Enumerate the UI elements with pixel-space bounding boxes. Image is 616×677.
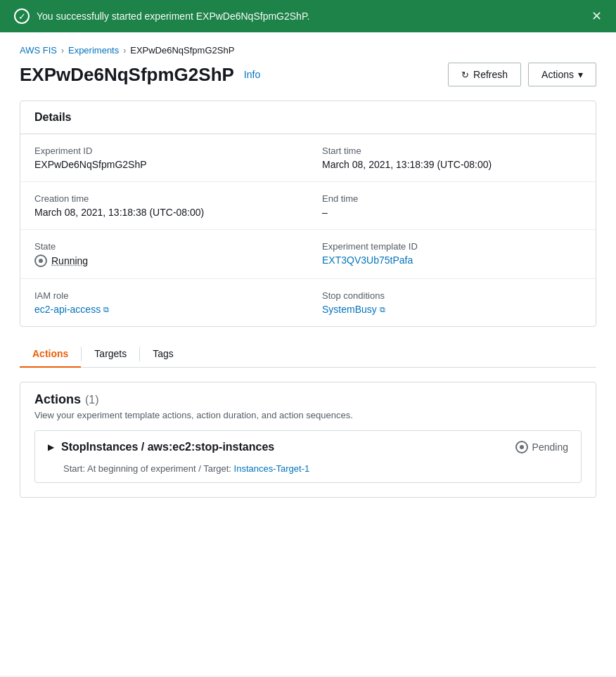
breadcrumb-current: EXPwDe6NqSfpmG2ShP — [130, 45, 234, 56]
actions-section-title: Actions — [34, 392, 81, 407]
refresh-label: Refresh — [473, 69, 508, 80]
label-iam-role: IAM role — [34, 290, 294, 301]
pending-label: Pending — [532, 441, 568, 453]
detail-experiment-id: Experiment ID EXPwDe6NqSfpmG2ShP — [20, 134, 308, 182]
external-link-icon-2: ⧉ — [380, 305, 385, 314]
detail-end-time: End time – — [308, 182, 596, 230]
label-stop-conditions: Stop conditions — [322, 290, 582, 301]
action-item-title: StopInstances / aws:ec2:stop-instances — [61, 441, 274, 453]
action-item-left: ▶ StopInstances / aws:ec2:stop-instances — [48, 441, 274, 453]
value-start-time: March 08, 2021, 13:18:39 (UTC-08:00) — [322, 159, 582, 170]
state-value: Running — [51, 255, 88, 266]
detail-iam-role: IAM role ec2-api-access ⧉ — [20, 279, 308, 326]
value-stop-conditions[interactable]: SystemBusy ⧉ — [322, 304, 385, 315]
status-pending: Pending — [515, 441, 568, 453]
value-iam-role[interactable]: ec2-api-access ⧉ — [34, 304, 109, 315]
detail-stop-conditions: Stop conditions SystemBusy ⧉ — [308, 279, 596, 326]
value-creation-time: March 08, 2021, 13:18:38 (UTC-08:00) — [34, 207, 294, 218]
subtitle-prefix: Start: At beginning of experiment / Targ… — [63, 463, 234, 474]
label-state: State — [34, 241, 294, 252]
details-card: Details Experiment ID EXPwDe6NqSfpmG2ShP… — [20, 101, 596, 327]
info-badge[interactable]: Info — [244, 69, 260, 80]
action-item-card: ▶ StopInstances / aws:ec2:stop-instances… — [34, 430, 582, 483]
actions-section-count: (1) — [85, 394, 99, 406]
label-template-id: Experiment template ID — [322, 241, 582, 252]
banner-message: You successfully started experiment EXPw… — [37, 11, 309, 22]
success-banner: ✓ You successfully started experiment EX… — [0, 0, 616, 32]
toggle-arrow-icon[interactable]: ▶ — [48, 442, 54, 452]
detail-template-id: Experiment template ID EXT3QV3Ub75tPafa — [308, 230, 596, 279]
value-experiment-id: EXPwDe6NqSfpmG2ShP — [34, 159, 294, 170]
external-link-icon: ⧉ — [103, 305, 109, 314]
tab-targets[interactable]: Targets — [82, 341, 139, 368]
refresh-button[interactable]: ↻ Refresh — [448, 63, 521, 86]
check-icon: ✓ — [14, 8, 30, 24]
details-heading: Details — [20, 101, 596, 134]
pending-icon — [515, 441, 528, 453]
label-creation-time: Creation time — [34, 193, 294, 204]
pending-dot — [520, 445, 524, 449]
details-body: Experiment ID EXPwDe6NqSfpmG2ShP Start t… — [20, 134, 596, 326]
actions-label: Actions — [541, 69, 574, 80]
label-end-time: End time — [322, 193, 582, 204]
breadcrumb-sep-2: › — [123, 46, 126, 56]
tab-actions[interactable]: Actions — [20, 341, 81, 368]
actions-button[interactable]: Actions ▾ — [528, 63, 596, 86]
breadcrumb-sep-1: › — [61, 46, 64, 56]
detail-start-time: Start time March 08, 2021, 13:18:39 (UTC… — [308, 134, 596, 182]
detail-state: State Running — [20, 230, 308, 279]
action-item-header: ▶ StopInstances / aws:ec2:stop-instances… — [35, 431, 581, 463]
tab-tags[interactable]: Tags — [140, 341, 186, 368]
page-header: EXPwDe6NqSfpmG2ShP Info ↻ Refresh Action… — [20, 63, 596, 86]
details-grid: Experiment ID EXPwDe6NqSfpmG2ShP Start t… — [20, 134, 596, 326]
actions-section-card: Actions (1) View your experiment templat… — [20, 382, 596, 498]
actions-section-desc: View your experiment template actions, a… — [20, 410, 596, 430]
page-title: EXPwDe6NqSfpmG2ShP — [20, 64, 234, 86]
label-experiment-id: Experiment ID — [34, 146, 294, 156]
subtitle-link[interactable]: Instances-Target-1 — [234, 463, 310, 474]
detail-creation-time: Creation time March 08, 2021, 13:18:38 (… — [20, 182, 308, 230]
page-header-left: EXPwDe6NqSfpmG2ShP Info — [20, 64, 260, 86]
tabs-container: Actions Targets Tags — [20, 341, 596, 368]
state-running: Running — [34, 254, 294, 267]
refresh-icon: ↻ — [461, 70, 469, 80]
chevron-down-icon: ▾ — [578, 69, 583, 80]
label-start-time: Start time — [322, 146, 582, 156]
close-icon[interactable]: ✕ — [591, 8, 602, 24]
value-template-id[interactable]: EXT3QV3Ub75tPafa — [322, 254, 413, 266]
main-content: AWS FIS › Experiments › EXPwDe6NqSfpmG2S… — [0, 32, 616, 676]
value-end-time: – — [322, 207, 582, 218]
actions-section-header: Actions (1) — [20, 382, 596, 410]
action-item-subtitle: Start: At beginning of experiment / Targ… — [35, 463, 581, 482]
state-dot-icon — [34, 254, 47, 267]
breadcrumb-experiments[interactable]: Experiments — [68, 45, 119, 56]
breadcrumb: AWS FIS › Experiments › EXPwDe6NqSfpmG2S… — [20, 32, 596, 63]
breadcrumb-aws-fis[interactable]: AWS FIS — [20, 45, 57, 56]
page-header-right: ↻ Refresh Actions ▾ — [448, 63, 596, 86]
